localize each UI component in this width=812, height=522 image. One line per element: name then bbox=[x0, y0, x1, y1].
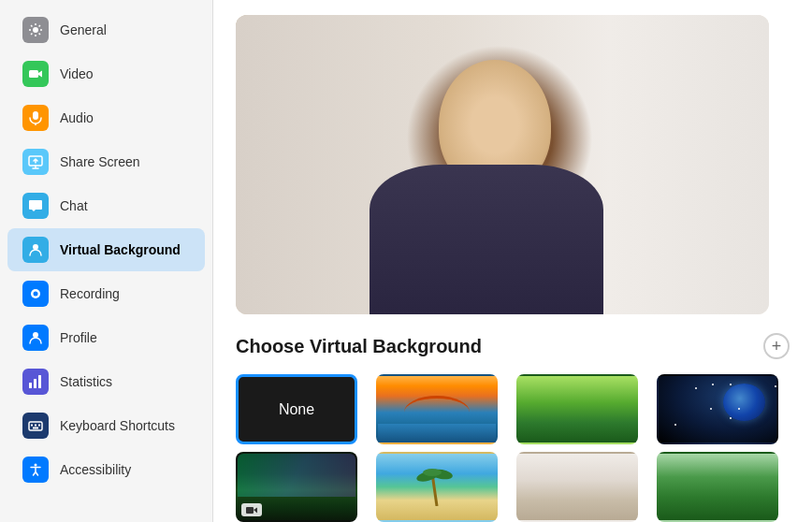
sidebar-item-chat[interactable]: Chat bbox=[7, 184, 205, 227]
sidebar-item-accessibility-label: Accessibility bbox=[60, 462, 131, 477]
virtual-background-icon bbox=[22, 237, 49, 263]
sidebar-item-general[interactable]: General bbox=[7, 8, 205, 51]
settings-sidebar: GeneralVideoAudioShare ScreenChatVirtual… bbox=[0, 0, 213, 522]
svg-point-22 bbox=[423, 469, 442, 476]
add-background-button[interactable]: + bbox=[763, 333, 790, 359]
video-preview bbox=[236, 15, 769, 314]
svg-rect-11 bbox=[38, 375, 41, 388]
svg-rect-14 bbox=[35, 425, 36, 427]
svg-rect-9 bbox=[29, 383, 32, 388]
svg-point-17 bbox=[35, 464, 37, 467]
sidebar-item-profile-label: Profile bbox=[60, 330, 97, 345]
chat-icon bbox=[22, 193, 49, 219]
none-label: None bbox=[279, 401, 314, 418]
sidebar-item-audio[interactable]: Audio bbox=[7, 96, 205, 139]
video-icon bbox=[22, 61, 49, 87]
background-option-interior[interactable] bbox=[516, 452, 638, 522]
sidebar-item-statistics-label: Statistics bbox=[60, 374, 112, 389]
sidebar-item-chat-label: Chat bbox=[60, 198, 88, 213]
section-title-text: Choose Virtual Background bbox=[236, 336, 482, 357]
accessibility-icon bbox=[22, 457, 49, 483]
svg-rect-13 bbox=[31, 425, 33, 427]
general-icon bbox=[22, 17, 49, 43]
statistics-icon bbox=[22, 369, 49, 395]
svg-rect-16 bbox=[33, 428, 38, 429]
svg-rect-15 bbox=[38, 425, 40, 427]
sidebar-item-statistics[interactable]: Statistics bbox=[7, 360, 205, 403]
svg-rect-1 bbox=[29, 70, 38, 78]
sidebar-item-video-label: Video bbox=[60, 66, 94, 81]
svg-rect-10 bbox=[34, 379, 36, 388]
sidebar-item-recording[interactable]: Recording bbox=[7, 272, 205, 315]
keyboard-shortcuts-icon bbox=[22, 413, 49, 439]
sidebar-item-general-label: General bbox=[60, 22, 107, 37]
sidebar-item-profile[interactable]: Profile bbox=[7, 316, 205, 359]
svg-rect-2 bbox=[33, 111, 38, 120]
sidebar-item-keyboard-shortcuts[interactable]: Keyboard Shortcuts bbox=[7, 404, 205, 447]
share-screen-icon bbox=[22, 149, 49, 175]
sidebar-item-audio-label: Audio bbox=[60, 110, 94, 125]
background-grid: None bbox=[236, 374, 790, 522]
section-header: Choose Virtual Background + bbox=[236, 333, 790, 359]
background-option-golden-gate[interactable] bbox=[376, 374, 498, 444]
sidebar-item-recording-label: Recording bbox=[60, 286, 120, 301]
main-content: Choose Virtual Background + None bbox=[213, 0, 812, 522]
sidebar-item-accessibility[interactable]: Accessibility bbox=[7, 448, 205, 491]
recording-icon bbox=[22, 281, 49, 307]
background-option-beach[interactable] bbox=[376, 452, 498, 522]
sidebar-item-virtual-background-label: Virtual Background bbox=[60, 242, 181, 257]
svg-point-0 bbox=[33, 27, 38, 33]
profile-icon bbox=[22, 325, 49, 351]
background-option-aurora[interactable] bbox=[236, 452, 357, 522]
aurora-video-icon bbox=[241, 503, 262, 516]
background-option-garden[interactable] bbox=[657, 452, 778, 522]
sidebar-item-keyboard-shortcuts-label: Keyboard Shortcuts bbox=[60, 418, 175, 433]
svg-point-5 bbox=[33, 244, 38, 250]
background-option-none[interactable]: None bbox=[236, 374, 357, 444]
svg-point-7 bbox=[34, 292, 38, 297]
sidebar-item-video[interactable]: Video bbox=[7, 52, 205, 95]
background-option-nature[interactable] bbox=[516, 374, 638, 444]
background-option-space[interactable] bbox=[657, 374, 778, 444]
sidebar-item-share-screen[interactable]: Share Screen bbox=[7, 140, 205, 183]
sidebar-item-virtual-background[interactable]: Virtual Background bbox=[7, 228, 205, 271]
svg-rect-18 bbox=[246, 507, 254, 514]
svg-point-8 bbox=[33, 332, 38, 338]
sidebar-item-share-screen-label: Share Screen bbox=[60, 154, 140, 169]
audio-icon bbox=[22, 105, 49, 131]
